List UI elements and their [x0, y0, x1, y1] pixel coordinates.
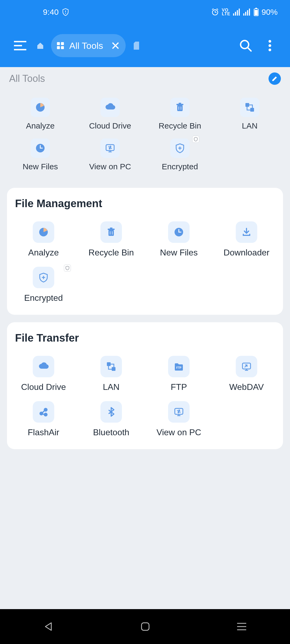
nav-back-icon: [43, 621, 54, 632]
tool-label: WebDAV: [229, 382, 264, 392]
tool-label: Cloud Drive: [89, 121, 131, 130]
tool-view-on-pc[interactable]: View on PC: [75, 138, 145, 171]
pencil-icon: [271, 75, 278, 82]
tool-flashair[interactable]: FlashAir: [10, 401, 77, 437]
section-file-management: File ManagementAnalyzeRecycle BinNew Fil…: [7, 188, 283, 315]
nav-back-button[interactable]: [43, 621, 54, 632]
tool-label: Recycle Bin: [159, 121, 201, 130]
tool-analyze[interactable]: Analyze: [5, 98, 75, 130]
tool-lan[interactable]: LAN: [77, 356, 145, 392]
nav-home-button[interactable]: [140, 622, 150, 631]
tool-label: Encrypted: [162, 162, 198, 171]
tool-cloud-drive[interactable]: Cloud Drive: [10, 356, 77, 392]
tool-cloud-drive[interactable]: Cloud Drive: [75, 98, 145, 130]
tool-label: Recycle Bin: [89, 248, 134, 258]
svg-line-28: [248, 48, 251, 51]
lan-icon: [240, 98, 259, 117]
battery-icon: [253, 8, 259, 16]
menu-button[interactable]: [11, 36, 30, 55]
svg-line-6: [217, 9, 218, 10]
tool-analyze[interactable]: Analyze: [10, 221, 77, 258]
storage-tab[interactable]: [131, 36, 142, 55]
tool-recycle-bin[interactable]: Recycle Bin: [145, 98, 215, 130]
more-vert-icon: [268, 40, 271, 52]
svg-rect-16: [255, 8, 257, 9]
svg-rect-13: [247, 10, 248, 16]
pie-chart-icon: [33, 221, 54, 243]
tool-label: Downloader: [224, 248, 270, 258]
svg-rect-24: [61, 46, 64, 49]
tool-label: View on PC: [157, 427, 201, 437]
svg-rect-8: [235, 12, 236, 16]
tab-label: All Tools: [69, 41, 103, 51]
tool-label: Analyze: [26, 121, 55, 130]
tool-downloader[interactable]: Downloader: [213, 221, 280, 258]
tool-new-files[interactable]: New Files: [145, 221, 213, 258]
grid-icon: [56, 42, 64, 50]
tool-label: FTP: [171, 382, 187, 392]
edit-tools-button[interactable]: [269, 72, 281, 85]
shield-plus-icon: [170, 138, 190, 158]
svg-rect-22: [61, 42, 64, 45]
nav-recents-button[interactable]: [237, 623, 247, 631]
tool-label: LAN: [242, 121, 258, 130]
svg-rect-12: [245, 12, 246, 16]
tool-label: View on PC: [89, 162, 131, 171]
svg-rect-23: [57, 46, 60, 49]
search-button[interactable]: [236, 36, 255, 55]
tool-label: New Files: [23, 162, 58, 171]
svg-rect-17: [255, 10, 258, 15]
sd-card-icon: [133, 42, 140, 50]
section-file-transfer: File TransferCloud DriveLANFTPWebDAVFlas…: [7, 322, 283, 449]
home-icon: [36, 42, 44, 50]
lan-icon: [100, 356, 122, 377]
more-button[interactable]: [260, 36, 279, 55]
search-icon: [239, 39, 252, 52]
tool-encrypted[interactable]: Encrypted: [145, 138, 215, 171]
svg-point-31: [269, 49, 271, 51]
svg-rect-32: [142, 623, 149, 630]
tool-view-on-pc[interactable]: View on PC: [145, 401, 213, 437]
tool-recycle-bin[interactable]: Recycle Bin: [77, 221, 145, 258]
signal-1-icon: [233, 9, 241, 16]
flashair-icon: [33, 401, 54, 423]
close-icon[interactable]: [112, 42, 119, 49]
battery-percent: 90%: [262, 8, 278, 17]
tool-ftp[interactable]: FTP: [145, 356, 213, 392]
svg-point-29: [269, 40, 271, 43]
svg-rect-9: [237, 10, 238, 16]
clock-icon: [168, 221, 190, 243]
tool-label: Analyze: [28, 248, 59, 258]
secure-badge-icon: [64, 265, 71, 272]
tool-bluetooth[interactable]: Bluetooth: [77, 401, 145, 437]
secure-badge-icon: [192, 136, 199, 143]
signal-2-icon: [243, 9, 251, 16]
tool-label: Encrypted: [24, 293, 63, 303]
bluetooth-icon: [100, 401, 122, 423]
trash-icon: [170, 98, 190, 117]
shield-plus-icon: [33, 267, 54, 288]
status-bar: 9:40 VOLTE 90%: [0, 0, 290, 24]
alarm-icon: [211, 8, 219, 16]
tool-new-files[interactable]: New Files: [5, 138, 75, 171]
section-title: File Management: [10, 197, 280, 215]
quick-section-title: All Tools: [9, 73, 45, 84]
status-time: 9:40: [43, 8, 59, 17]
webdav-icon: [236, 356, 257, 377]
tool-lan[interactable]: LAN: [215, 98, 285, 130]
cloud-icon: [100, 98, 120, 117]
clock-icon: [31, 138, 50, 158]
tool-label: Bluetooth: [93, 427, 129, 437]
svg-rect-11: [243, 13, 244, 16]
active-tab-all-tools[interactable]: All Tools: [51, 34, 126, 57]
tool-webdav[interactable]: WebDAV: [213, 356, 280, 392]
tool-encrypted[interactable]: Encrypted: [10, 267, 77, 303]
svg-rect-7: [233, 13, 234, 16]
tool-label: LAN: [103, 382, 119, 392]
home-tab[interactable]: [35, 36, 46, 55]
section-title: File Transfer: [10, 332, 280, 349]
svg-rect-21: [57, 42, 60, 45]
cloud-icon: [33, 356, 54, 377]
svg-line-5: [212, 9, 213, 10]
volte-icon: VOLTE: [222, 8, 230, 16]
